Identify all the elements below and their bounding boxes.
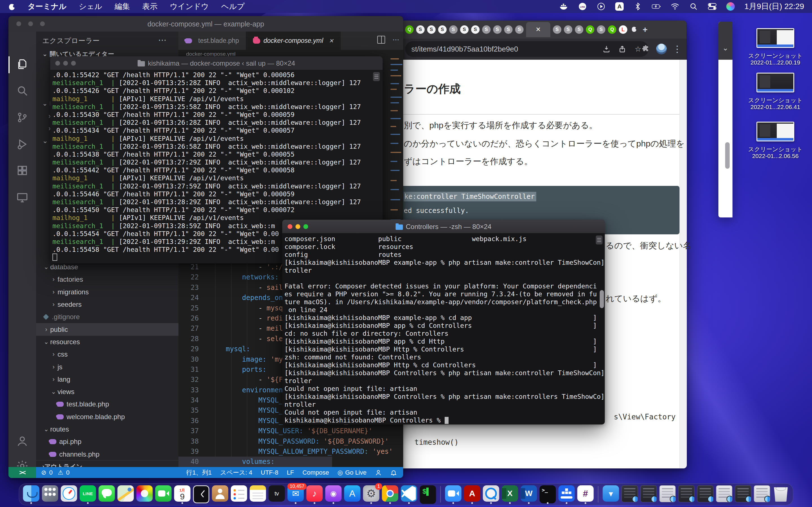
problems-indicator[interactable]: ⊘0 ⚠0 — [41, 469, 70, 476]
wifi-icon[interactable] — [670, 2, 679, 11]
tab-scrapbox[interactable]: S — [438, 25, 447, 34]
tree-item-welcome-blade-php[interactable]: welcome.blade.php — [36, 411, 179, 423]
dock-facetime[interactable] — [155, 485, 172, 503]
accounts-icon[interactable] — [16, 435, 29, 447]
tab-scrapbox[interactable]: S — [416, 25, 424, 34]
dock-zoom[interactable] — [445, 485, 462, 503]
tab-test-blade-php[interactable]: test.blade.php — [179, 32, 246, 50]
go-live-button[interactable]: ◎Go Live — [338, 469, 366, 476]
tree-item-css[interactable]: ›css — [36, 348, 179, 360]
menu-0[interactable]: ターミナル — [28, 1, 66, 11]
tree-item-migrations[interactable]: ›migrations — [36, 286, 179, 298]
dock-slack[interactable]: # — [577, 485, 594, 503]
desktop-screenshot-2[interactable]: スクリーンショット2022-01...22.06.41 — [741, 73, 810, 110]
dock-minimized-window-5[interactable] — [697, 485, 714, 503]
spotlight-search-icon[interactable] — [689, 2, 698, 11]
dock-minimized-window-3[interactable] — [659, 485, 676, 503]
tab-scrapbox[interactable]: S — [504, 25, 513, 34]
menu-4[interactable]: ウインドウ — [170, 1, 209, 11]
dock-minimized-window-6[interactable] — [716, 485, 732, 503]
control-center-icon[interactable] — [708, 2, 717, 11]
menu-3[interactable]: 表示 — [142, 1, 157, 11]
play-menu-icon[interactable] — [597, 2, 606, 11]
line-menu-icon[interactable]: LINE — [578, 2, 587, 11]
tab-scrapbox[interactable]: S — [460, 25, 469, 34]
terminal2-scrollbar-thumb[interactable] — [600, 290, 604, 308]
notifications-bell-icon[interactable] — [390, 469, 397, 476]
siri-icon[interactable] — [726, 2, 735, 11]
tree-item-api-php[interactable]: api.php — [36, 436, 179, 448]
dock-app-store[interactable]: A — [344, 485, 361, 503]
tab-qiita[interactable]: Q — [405, 25, 414, 34]
dock-minimized-window-7[interactable] — [735, 485, 751, 503]
bluetooth-icon[interactable] — [633, 2, 642, 11]
status-item-1[interactable]: スペース: 4 — [220, 468, 252, 477]
dock-apple-tv[interactable]: tv — [269, 485, 285, 503]
tab-scrapbox[interactable]: S — [482, 25, 491, 34]
terminal-window-controllers[interactable]: Controllers — -zsh — 80×24 composer.json… — [282, 220, 605, 425]
tab-scrapbox[interactable]: S — [471, 25, 479, 34]
tab-scrapbox[interactable]: S — [564, 25, 572, 34]
share-icon[interactable] — [618, 45, 626, 53]
dock-downloads-folder[interactable]: ▾ — [603, 485, 619, 503]
dock-maps[interactable] — [117, 485, 134, 503]
url-text[interactable]: st/items/41d90b75aa10bf2be9e0 — [405, 45, 518, 54]
run-debug-icon[interactable] — [16, 138, 29, 151]
tab-qiita[interactable]: Q — [586, 25, 594, 34]
bookmark-star-icon[interactable]: ☆ — [634, 45, 642, 53]
background-window-scrollbar[interactable] — [725, 142, 730, 169]
tab-scrapbox[interactable]: S — [575, 25, 583, 34]
new-tab-button[interactable]: + — [641, 25, 649, 34]
tree-item-public[interactable]: ›public — [36, 323, 179, 335]
apple-menu-icon[interactable] — [8, 3, 15, 10]
terminal1-titlebar[interactable]: kishikaima — docker-compose ‹ sail up — … — [50, 56, 383, 70]
dock-minimized-window-8[interactable] — [754, 485, 770, 503]
terminal2-titlebar[interactable]: Controllers — -zsh — 80×24 — [282, 220, 605, 233]
source-control-icon[interactable] — [16, 111, 29, 124]
dock-podcasts[interactable]: ◉ — [325, 485, 342, 503]
docker-menu-icon[interactable] — [559, 2, 568, 11]
tab-scrapbox[interactable]: S — [597, 25, 605, 34]
tree-item-channels-php[interactable]: channels.php — [36, 448, 179, 460]
dock-word[interactable]: W — [521, 485, 537, 503]
dock-line[interactable]: LINE — [80, 485, 96, 503]
tree-item-resources[interactable]: ⌄resources — [36, 336, 179, 348]
terminal1-scroll-indicator[interactable] — [373, 72, 380, 81]
dock-chrome[interactable] — [382, 485, 398, 503]
tree-item-routes[interactable]: ⌄routes — [36, 423, 179, 436]
dock-trash[interactable] — [773, 485, 789, 503]
remote-indicator[interactable]: >< — [8, 467, 36, 478]
explorer-icon[interactable] — [16, 58, 29, 70]
dock-calendar[interactable]: 1月9 — [174, 485, 191, 503]
dock-launchpad[interactable] — [42, 485, 58, 503]
active-tab[interactable]: ✕ — [526, 22, 550, 37]
dock-quicktime[interactable] — [483, 485, 499, 503]
menu-5[interactable]: ヘルプ — [221, 1, 245, 11]
extensions-icon[interactable] — [16, 165, 29, 177]
status-item-0[interactable]: 行1、列1 — [186, 468, 211, 477]
dock-system-settings[interactable]: ⚙1 — [363, 485, 379, 503]
feedback-person-icon[interactable] — [375, 469, 382, 476]
tab-scrapbox[interactable]: S — [493, 25, 502, 34]
tree-item-views[interactable]: ⌄views — [36, 386, 179, 398]
dock-finder[interactable] — [23, 485, 40, 503]
tab-scrapbox[interactable]: S — [553, 25, 561, 34]
tab-scrapbox[interactable]: S — [427, 25, 436, 34]
desktop-screenshot-1[interactable]: スクリーンショット2022-01...22.00.19 — [741, 28, 810, 66]
tab-apple[interactable] — [630, 25, 638, 34]
tree-item-js[interactable]: ›js — [36, 360, 179, 373]
dock-minimized-window-1[interactable] — [622, 485, 638, 503]
search-icon[interactable] — [16, 84, 29, 97]
dock-excel[interactable]: X — [502, 485, 518, 503]
download-icon[interactable] — [602, 45, 611, 53]
dock-notes[interactable] — [250, 485, 266, 503]
dock-mail[interactable]: ✉10,457 — [288, 485, 304, 503]
dock-messages[interactable] — [99, 485, 115, 503]
desktop-screenshot-3[interactable]: スクリーンショット2022-01...2.06.56 — [741, 122, 810, 159]
tree-item-lang[interactable]: ›lang — [36, 373, 179, 386]
dock-minimized-window-4[interactable] — [678, 485, 695, 503]
menu-bar-clock[interactable]: 1月9日(日) 22:29 — [744, 1, 804, 12]
sidebar-more-actions-icon[interactable]: ⋯ — [158, 35, 167, 45]
tab-laravel[interactable]: L — [619, 25, 627, 34]
remote-explorer-icon[interactable] — [16, 191, 29, 204]
